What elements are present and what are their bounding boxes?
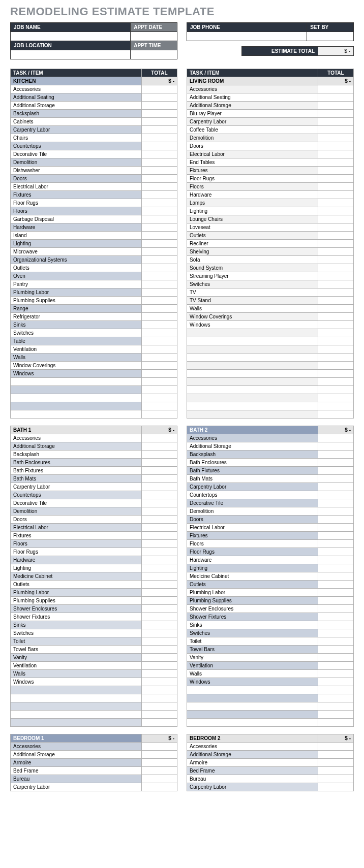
item-total[interactable] [318,759,354,767]
item-name[interactable] [11,711,142,719]
item-total[interactable] [142,564,177,572]
item-total[interactable] [142,410,177,419]
item-total[interactable] [142,711,177,719]
item-name[interactable]: Outlets [11,264,142,272]
item-name[interactable]: Carpentry Labor [11,126,142,134]
item-total[interactable] [142,297,177,305]
item-name[interactable]: Accessories [187,743,318,751]
item-total[interactable] [142,158,177,167]
item-total[interactable] [142,702,177,711]
item-name[interactable] [187,402,318,410]
item-name[interactable]: Shower Enclosures [187,605,318,613]
item-name[interactable]: Floors [187,183,318,191]
item-name[interactable]: Recliner [187,240,318,248]
item-total[interactable] [318,783,354,791]
item-name[interactable]: Coffee Table [187,126,318,134]
item-total[interactable] [142,686,177,694]
item-name[interactable]: Carpentry Labor [187,783,318,791]
item-total[interactable] [142,475,177,483]
item-name[interactable]: Additional Storage [11,751,142,759]
item-total[interactable] [142,191,177,199]
item-total[interactable] [142,605,177,613]
item-name[interactable]: Bed Frame [11,767,142,775]
item-name[interactable]: Medicine Cabinet [11,572,142,581]
item-name[interactable] [187,686,318,694]
item-total[interactable] [318,711,354,719]
item-total[interactable] [142,337,177,345]
item-total[interactable] [318,605,354,613]
item-total[interactable] [318,499,354,507]
item-total[interactable] [318,93,354,102]
item-total[interactable] [142,93,177,102]
item-total[interactable] [142,394,177,402]
item-name[interactable]: Demolition [11,158,142,167]
item-name[interactable]: Electrical Labor [187,150,318,158]
item-name[interactable]: Floors [187,540,318,548]
item-name[interactable] [187,702,318,711]
item-total[interactable] [142,597,177,605]
item-name[interactable]: Bath Fixtures [11,467,142,475]
item-total[interactable] [318,589,354,597]
job-location-input[interactable] [11,50,131,59]
item-total[interactable] [142,621,177,629]
item-total[interactable] [318,85,354,93]
item-name[interactable]: Vanity [187,654,318,662]
item-total[interactable] [318,646,354,654]
item-total[interactable] [142,207,177,215]
item-name[interactable]: TV [187,288,318,297]
item-name[interactable]: Plumbing Supplies [11,297,142,305]
item-total[interactable] [142,215,177,223]
item-name[interactable] [187,353,318,362]
item-name[interactable]: Walls [187,670,318,678]
item-name[interactable]: Island [11,232,142,240]
item-total[interactable] [142,321,177,329]
item-total[interactable] [142,775,177,783]
item-name[interactable]: Lamps [187,199,318,207]
item-name[interactable]: Bureau [11,775,142,783]
item-name[interactable]: Sinks [11,621,142,629]
item-total[interactable] [142,581,177,589]
item-name[interactable]: Decorative Tile [187,499,318,507]
item-name[interactable]: Fixtures [187,167,318,175]
item-total[interactable] [318,621,354,629]
item-name[interactable]: Countertops [11,491,142,499]
item-name[interactable]: Countertops [11,142,142,150]
item-total[interactable] [142,719,177,727]
item-total[interactable] [142,654,177,662]
item-name[interactable]: Garbage Disposal [11,215,142,223]
item-name[interactable] [187,370,318,378]
item-total[interactable] [318,702,354,711]
item-total[interactable] [318,305,354,313]
item-total[interactable] [318,110,354,118]
item-total[interactable] [318,694,354,702]
item-name[interactable] [11,386,142,394]
item-name[interactable]: Carpentry Labor [187,483,318,491]
appt-date-input[interactable] [131,32,177,41]
item-total[interactable] [318,167,354,175]
item-name[interactable]: Countertops [187,491,318,499]
item-name[interactable]: Window Coverings [11,362,142,370]
item-total[interactable] [142,305,177,313]
item-name[interactable]: Hardware [11,223,142,232]
item-name[interactable]: Lounge Chairs [187,215,318,223]
item-name[interactable]: Additional Storage [187,442,318,451]
item-name[interactable] [11,410,142,419]
item-name[interactable]: Decorative Tile [11,150,142,158]
item-total[interactable] [142,199,177,207]
item-name[interactable]: Sinks [11,321,142,329]
item-total[interactable] [142,532,177,540]
item-total[interactable] [142,223,177,232]
item-name[interactable]: Carpentry Labor [11,783,142,791]
item-name[interactable]: Accessories [187,434,318,442]
item-total[interactable] [142,240,177,248]
item-total[interactable] [142,110,177,118]
item-name[interactable]: Bath Enclosures [11,459,142,467]
item-name[interactable]: Doors [187,516,318,524]
item-name[interactable]: Table [11,337,142,345]
item-name[interactable]: Bath Mats [11,475,142,483]
item-name[interactable]: Oven [11,272,142,280]
item-name[interactable]: Chairs [11,134,142,142]
item-name[interactable]: Decorative Tile [11,499,142,507]
item-name[interactable] [187,394,318,402]
item-name[interactable]: Toilet [11,637,142,646]
